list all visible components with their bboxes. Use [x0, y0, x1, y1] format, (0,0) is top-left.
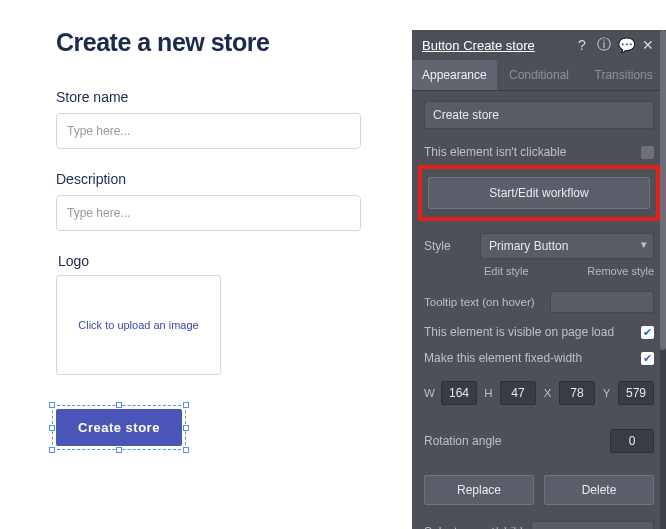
style-select[interactable]: Primary Button: [480, 233, 654, 259]
inspector-panel: Button Create store ? ⓘ 💬 ✕ Appearance C…: [412, 30, 666, 529]
tab-appearance[interactable]: Appearance: [412, 60, 497, 90]
element-label-input[interactable]: [424, 101, 654, 129]
create-store-button[interactable]: Create store: [56, 409, 182, 446]
workflow-highlight-box: Start/Edit workflow: [418, 165, 660, 221]
resize-handle-bm[interactable]: [116, 447, 122, 453]
resize-handle-br[interactable]: [183, 447, 189, 453]
resize-handle-bl[interactable]: [49, 447, 55, 453]
element-label-section: [412, 91, 666, 139]
start-edit-workflow-button[interactable]: Start/Edit workflow: [428, 177, 650, 209]
close-icon[interactable]: ✕: [640, 37, 656, 53]
inspector-tabs: Appearance Conditional Transitions: [412, 60, 666, 91]
height-input[interactable]: [500, 381, 536, 405]
style-label: Style: [424, 239, 472, 253]
delete-button[interactable]: Delete: [544, 475, 654, 505]
select-parent-label: Select parent/child: [424, 525, 523, 529]
not-clickable-checkbox[interactable]: [641, 146, 654, 159]
logo-uploader[interactable]: Click to upload an image: [56, 275, 221, 375]
tooltip-label: Tooltip text (on hover): [424, 296, 542, 308]
select-parent-dropdown[interactable]: [531, 521, 654, 529]
y-label: Y: [601, 387, 612, 399]
resize-handle-mr[interactable]: [183, 425, 189, 431]
info-icon[interactable]: ⓘ: [596, 36, 612, 54]
resize-handle-tr[interactable]: [183, 402, 189, 408]
description-label: Description: [56, 171, 361, 187]
select-parent-row: Select parent/child: [412, 513, 666, 529]
fixed-width-row: Make this element fixed-width ✔: [412, 345, 666, 371]
not-clickable-row: This element isn't clickable: [412, 139, 666, 165]
resize-handle-ml[interactable]: [49, 425, 55, 431]
help-icon[interactable]: ?: [574, 37, 590, 53]
description-input[interactable]: [56, 195, 361, 231]
y-input[interactable]: [618, 381, 654, 405]
inspector-title[interactable]: Button Create store: [422, 38, 568, 53]
tooltip-row: Tooltip text (on hover): [412, 285, 666, 319]
replace-delete-row: Replace Delete: [412, 467, 666, 513]
inspector-scrollbar-thumb[interactable]: [660, 30, 666, 350]
store-name-input[interactable]: [56, 113, 361, 149]
tab-conditional[interactable]: Conditional: [497, 60, 582, 90]
replace-button[interactable]: Replace: [424, 475, 534, 505]
fixed-width-text: Make this element fixed-width: [424, 351, 633, 365]
fixed-width-checkbox[interactable]: ✔: [641, 352, 654, 365]
visible-on-load-row: This element is visible on page load ✔: [412, 319, 666, 345]
w-label: W: [424, 387, 435, 399]
comment-icon[interactable]: 💬: [618, 37, 634, 53]
resize-handle-tl[interactable]: [49, 402, 55, 408]
rotation-label: Rotation angle: [424, 434, 610, 448]
rotation-input[interactable]: [610, 429, 654, 453]
style-sublinks: Edit style Remove style: [412, 265, 666, 285]
store-name-label: Store name: [56, 89, 361, 105]
canvas-area: Create a new store Store name Descriptio…: [0, 0, 409, 529]
x-label: X: [542, 387, 553, 399]
style-value: Primary Button: [489, 239, 568, 253]
edit-style-link[interactable]: Edit style: [484, 265, 587, 277]
h-label: H: [483, 387, 494, 399]
page-title: Create a new store: [56, 28, 361, 57]
rotation-row: Rotation angle: [412, 415, 666, 467]
x-input[interactable]: [559, 381, 595, 405]
visible-on-load-text: This element is visible on page load: [424, 325, 633, 339]
visible-on-load-checkbox[interactable]: ✔: [641, 326, 654, 339]
logo-label: Logo: [56, 253, 361, 269]
tab-transitions[interactable]: Transitions: [581, 60, 666, 90]
remove-style-link[interactable]: Remove style: [587, 265, 654, 277]
style-row: Style Primary Button: [412, 221, 666, 265]
tooltip-input[interactable]: [550, 291, 654, 313]
inspector-header: Button Create store ? ⓘ 💬 ✕: [412, 30, 666, 60]
not-clickable-text: This element isn't clickable: [424, 145, 633, 159]
selected-element[interactable]: Create store: [56, 409, 182, 446]
dimensions-row: W H X Y: [412, 371, 666, 415]
resize-handle-tm[interactable]: [116, 402, 122, 408]
width-input[interactable]: [441, 381, 477, 405]
uploader-text: Click to upload an image: [78, 319, 198, 331]
